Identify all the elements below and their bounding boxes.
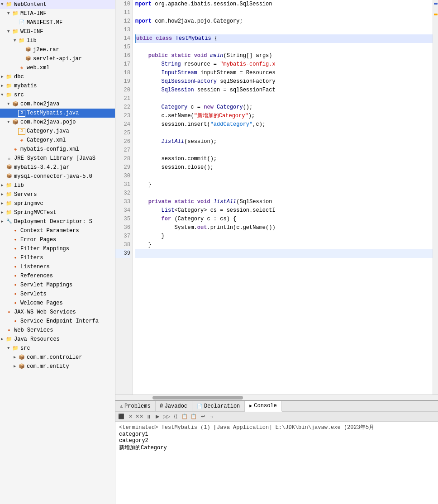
sidebar-item-src2[interactable]: ▼📁src <box>0 344 115 353</box>
line-number-17: 17 <box>115 60 130 69</box>
sidebar-item-meta-inf[interactable]: ▼📁META-INF <box>0 9 115 18</box>
sidebar-item-category-xml[interactable]: ◈Category.xml <box>0 136 115 145</box>
folder-icon: 📁 <box>5 73 13 81</box>
toolbar-btn-7[interactable]: 📋 <box>181 413 189 421</box>
line-number-16: 16 <box>115 52 130 60</box>
sidebar-item-filter-mappings[interactable]: ●Filter Mappings <box>0 244 115 253</box>
code-line-20: SqlSession session = sqlSessionFact <box>135 86 433 95</box>
sidebar-label-servlets: Servlets <box>20 290 47 298</box>
console-terminated-line: <terminated> TestMybatis (1) [Java Appli… <box>119 423 434 431</box>
sidebar-item-com-how2java[interactable]: ▼📦com.how2java <box>0 100 115 109</box>
sidebar-label-listeners: Listeners <box>20 263 50 271</box>
toolbar-btn-8[interactable]: 📋 <box>190 413 198 421</box>
sidebar-item-mysql-connector[interactable]: 📦mysql-connector-java-5.0 <box>0 172 115 181</box>
toolbar-btn-10[interactable]: → <box>208 413 216 421</box>
sidebar-label-webcontent: WebContent <box>14 0 47 9</box>
sidebar-item-manifest[interactable]: 📄MANIFEST.MF <box>0 18 115 27</box>
item-icon: ● <box>12 272 19 280</box>
toolbar-btn-2[interactable]: ✕✕ <box>135 413 143 421</box>
folder-icon: 📁 <box>5 200 13 208</box>
line-number-27: 27 <box>115 146 130 155</box>
folder-icon: 📁 <box>5 335 13 343</box>
sidebar-item-references[interactable]: ●References <box>0 271 115 281</box>
code-line-22: Category c = new Category(); <box>135 103 433 112</box>
sidebar-item-jre-system[interactable]: ☕JRE System Library [JavaS <box>0 154 115 163</box>
line-number-24: 24 <box>115 120 130 129</box>
sidebar-item-java-resources[interactable]: ▶📁Java Resources <box>0 335 115 344</box>
line-number-26: 26 <box>115 138 130 146</box>
sidebar-item-context-params[interactable]: ●Context Parameters <box>0 226 115 235</box>
sidebar-item-com-how2java-pojo[interactable]: ▼📦com.how2java.pojo <box>0 118 115 127</box>
package-icon: 📦 <box>18 353 25 361</box>
sidebar-item-servers[interactable]: ▶📁Servers <box>0 190 115 199</box>
sidebar-item-web-services[interactable]: ●Web Services <box>0 326 115 335</box>
folder-icon: 📁 <box>5 91 13 99</box>
sidebar-item-webxml[interactable]: ◈web.xml <box>0 63 115 72</box>
expand-arrow-src: ▼ <box>1 91 5 99</box>
sidebar-item-service-endpoint[interactable]: ●Service Endpoint Interfa <box>0 317 115 326</box>
sidebar-item-mybatis-config[interactable]: ◈mybatis-config.xml <box>0 145 115 154</box>
sidebar-item-jax-ws[interactable]: ●JAX-WS Web Services <box>0 308 115 317</box>
sidebar-label-com-mr-entity: com.mr.entity <box>27 362 69 371</box>
toolbar-btn-3[interactable]: ⏸ <box>144 413 152 421</box>
tab-console[interactable]: ▶Console <box>245 401 281 412</box>
sidebar-label-category-xml: Category.xml <box>27 136 66 144</box>
sidebar-item-j2ee[interactable]: 📦j2ee.rar <box>0 45 115 54</box>
sidebar-item-category-java[interactable]: JCategory.java <box>0 127 115 136</box>
sidebar-item-com-mr-controller[interactable]: ▶📦com.mr.controller <box>0 353 115 362</box>
sidebar-item-src[interactable]: ▼📁src <box>0 90 115 100</box>
sidebar-item-web-inf[interactable]: ▼📁WEB-INF <box>0 27 115 36</box>
horizontal-scrollbar[interactable] <box>115 395 438 400</box>
sidebar-item-error-pages[interactable]: ●Error Pages <box>0 235 115 244</box>
sidebar-item-welcome-pages[interactable]: ●Welcome Pages <box>0 299 115 308</box>
code-area[interactable]: mport org.apache.ibatis.session.SqlSessi… <box>133 0 433 395</box>
sidebar-item-springmvc[interactable]: ▶📁springmvc <box>0 199 115 208</box>
code-line-30 <box>135 172 433 181</box>
sidebar-item-dbc[interactable]: ▶📁dbc <box>0 72 115 81</box>
expand-arrow-src2: ▼ <box>7 344 12 352</box>
toolbar-btn-9[interactable]: ↩ <box>199 413 207 421</box>
line-number-37: 37 <box>115 232 130 241</box>
line-number-30: 30 <box>115 172 130 181</box>
toolbar-btn-1[interactable]: ✕ <box>126 413 134 421</box>
sidebar-item-filters[interactable]: ●Filters <box>0 253 115 262</box>
sidebar-item-servlet-mappings[interactable]: ●Servlet Mappings <box>0 281 115 290</box>
toolbar-btn-5[interactable]: ▷▷ <box>162 413 171 421</box>
sidebar-item-testmybatis[interactable]: JTestMybatis.java <box>0 109 115 118</box>
toolbar-btn-6[interactable]: ⟨⟨ <box>171 413 180 421</box>
tab-javadoc[interactable]: @Javadoc <box>156 401 192 412</box>
code-line-19: SqlSessionFactory sqlSessionFactory <box>135 77 433 86</box>
sidebar-item-deployment[interactable]: ▶🔧Deployment Descriptor: S <box>0 217 115 226</box>
sidebar-item-servlet-api[interactable]: 📦servlet-api.jar <box>0 54 115 63</box>
sidebar-item-lib[interactable]: ▼📁lib <box>0 36 115 45</box>
line-number-35: 35 <box>115 215 130 223</box>
sidebar-label-dbc: dbc <box>14 73 24 81</box>
toolbar-btn-0[interactable]: ⬛ <box>117 413 125 421</box>
sidebar-label-java-resources: Java Resources <box>14 335 60 343</box>
right-gutter <box>433 0 438 395</box>
sidebar-item-webcontent[interactable]: ▼📁WebContent <box>0 0 115 9</box>
sidebar-item-mybatis-jar[interactable]: 📦mybatis-3.4.2.jar <box>0 163 115 172</box>
sidebar-item-mybatis[interactable]: ▶📁mybatis <box>0 81 115 90</box>
console-output-line-0: category1 <box>119 431 434 437</box>
sidebar-item-lib2[interactable]: ▶📁lib <box>0 181 115 190</box>
code-line-26: listAll(session); <box>135 138 433 146</box>
line-number-31: 31 <box>115 181 130 189</box>
tab-problems[interactable]: ⚠Problems <box>115 401 156 412</box>
sidebar-label-com-how2java-pojo: com.how2java.pojo <box>20 118 76 126</box>
expand-arrow-dbc: ▶ <box>1 73 5 81</box>
jar-icon: 📦 <box>5 172 13 181</box>
problems-tab-label: Problems <box>124 403 151 409</box>
code-line-13 <box>135 26 433 34</box>
sidebar-item-com-mr-entity[interactable]: ▶📦com.mr.entity <box>0 362 115 371</box>
line-number-39: 39 <box>115 249 130 258</box>
sidebar-item-servlets[interactable]: ●Servlets <box>0 290 115 299</box>
sidebar-label-manifest: MANIFEST.MF <box>27 19 62 27</box>
tab-declaration[interactable]: 📄Declaration <box>192 401 245 412</box>
sidebar-label-mybatis: mybatis <box>14 82 37 90</box>
scrollbar-thumb[interactable] <box>152 396 243 399</box>
sidebar-item-springmvctest[interactable]: ▶📁SpringMVCTest <box>0 208 115 217</box>
sidebar-label-references: References <box>20 272 53 280</box>
toolbar-btn-4[interactable]: ▶ <box>153 413 162 421</box>
sidebar-item-listeners[interactable]: ●Listeners <box>0 262 115 271</box>
